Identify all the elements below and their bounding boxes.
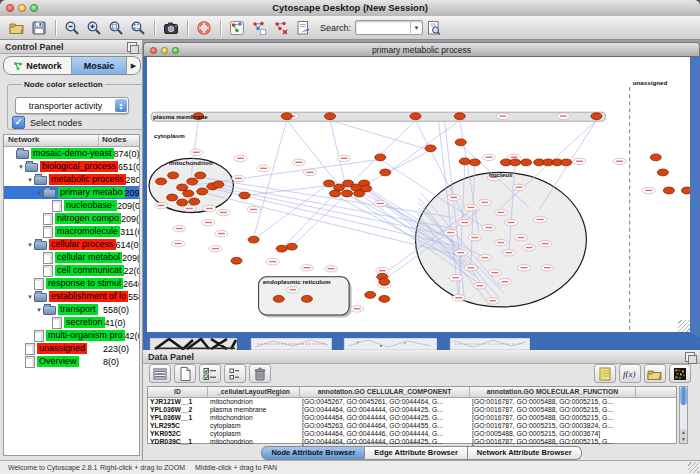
graph-node[interactable] <box>231 257 242 264</box>
vizmapper-icon[interactable] <box>227 18 247 38</box>
column-header[interactable] <box>636 387 676 397</box>
graph-node[interactable] <box>330 190 341 197</box>
tree-row-metabolic-process[interactable]: ▼metabolic process280(0) <box>4 173 139 186</box>
float-panel-icon[interactable] <box>127 42 137 52</box>
graph-node[interactable] <box>561 159 572 166</box>
graph-node[interactable] <box>365 291 376 298</box>
graph-node[interactable] <box>239 192 250 199</box>
graph-node[interactable] <box>410 113 421 120</box>
graph-node[interactable] <box>248 236 259 243</box>
graph-node[interactable] <box>657 169 668 176</box>
graph-node[interactable] <box>286 243 297 250</box>
graph-node[interactable] <box>361 185 372 192</box>
graph-node[interactable] <box>379 278 390 285</box>
expander-icon[interactable]: ▼ <box>26 242 34 248</box>
column-header[interactable]: ID <box>148 387 208 397</box>
tree-row-macromolecule[interactable]: macromolecule311(0) <box>4 225 139 238</box>
table-row[interactable]: YPL036W__2plasma membrane[GO:0044464, GO… <box>148 406 676 414</box>
tree-row-transport[interactable]: ▼transport558(0) <box>4 303 139 316</box>
formula-builder-icon[interactable]: f(x) <box>619 364 641 383</box>
graph-node[interactable] <box>183 190 194 197</box>
node-color-dropdown[interactable]: transporter activity ▲▼ <box>15 97 129 114</box>
chevron-down-icon[interactable]: ▼ <box>410 22 422 33</box>
select-attributes-icon[interactable] <box>199 364 221 383</box>
graph-node[interactable] <box>276 245 287 252</box>
zoom-selected-icon[interactable] <box>106 18 126 38</box>
graph-node[interactable] <box>591 113 602 120</box>
expander-icon[interactable]: ▼ <box>26 177 34 183</box>
graph-node[interactable] <box>324 113 335 120</box>
tab-edge-attribute-browser[interactable]: Edge Attribute Browser <box>365 446 467 460</box>
notes-icon[interactable] <box>594 364 616 383</box>
search-input[interactable]: ▼ <box>355 20 423 35</box>
tree-row-nitrogen-compo[interactable]: nitrogen compo209(0) <box>4 212 139 225</box>
graph-node[interactable] <box>455 139 466 146</box>
tree-row-establishment-of-lo[interactable]: ▼establishment of lo558(0) <box>4 290 139 303</box>
graph-node[interactable] <box>521 159 532 166</box>
tree-row-cellular-process[interactable]: ▼cellular process614(0) <box>4 238 139 251</box>
tab-mosaic[interactable]: Mosaic <box>72 57 127 74</box>
tree-row-biological-process[interactable]: ▼biological_process651(0) <box>4 160 139 173</box>
tree-row-secretion[interactable]: secretion41(0) <box>4 316 139 329</box>
table-row[interactable]: YPL036W__1mitochondrion[GO:0044464, GO:0… <box>148 414 676 422</box>
table-row[interactable]: YLR295Ccytoplasm[GO:0045263, GO:0044464,… <box>148 422 676 430</box>
create-attribute-icon[interactable] <box>174 364 196 383</box>
create-network-icon[interactable] <box>249 18 269 38</box>
graph-node[interactable] <box>375 154 386 161</box>
graph-node[interactable] <box>379 295 390 302</box>
graph-node[interactable] <box>187 178 198 185</box>
tree-row-multi-organism-pro[interactable]: multi-organism pro42(0) <box>4 329 139 342</box>
network-window-titlebar[interactable]: primary metabolic process <box>143 42 700 57</box>
column-header[interactable]: annotation.GO MOLECULAR_FUNCTION <box>470 387 636 397</box>
graph-node[interactable] <box>663 187 674 194</box>
graph-node[interactable] <box>469 159 480 166</box>
resize-grip-icon[interactable] <box>678 320 690 332</box>
graph-node[interactable] <box>510 159 521 166</box>
zoom-out-icon[interactable] <box>62 18 82 38</box>
graph-node[interactable] <box>301 295 312 302</box>
tree-row-nucleobase-[interactable]: nucleobase-209(0) <box>4 199 139 212</box>
graph-node[interactable] <box>213 181 224 188</box>
tabs-overflow-arrow[interactable]: ▶ <box>127 57 140 74</box>
advanced-search-icon[interactable] <box>424 18 444 38</box>
graph-node[interactable] <box>281 113 292 120</box>
help-icon[interactable] <box>194 18 214 38</box>
tree-row-cellular-metabol[interactable]: cellular metabol209(0) <box>4 251 139 264</box>
graph-node[interactable] <box>273 295 284 302</box>
float-panel-icon[interactable] <box>685 352 695 362</box>
network-canvas[interactable]: plasma membranecytoplasmmitochondrionend… <box>147 57 690 332</box>
delete-attribute-icon[interactable] <box>249 364 271 383</box>
tab-network-attribute-browser[interactable]: Network Attribute Browser <box>468 446 582 460</box>
tree-row-overview[interactable]: Overview8(0) <box>4 355 139 368</box>
column-header[interactable]: annotation.GO CELLULAR_COMPONENT <box>300 387 470 397</box>
graph-node[interactable] <box>189 198 200 205</box>
expander-icon[interactable]: ▼ <box>26 294 34 300</box>
expander-icon[interactable]: ▼ <box>35 307 43 313</box>
graph-node[interactable] <box>459 158 470 165</box>
graph-node[interactable] <box>168 172 179 179</box>
table-row[interactable]: YDR039C__1mitochondrion[GO:0044464, GO:0… <box>148 438 676 446</box>
graph-node[interactable] <box>342 190 353 197</box>
unselect-attributes-icon[interactable] <box>224 364 246 383</box>
select-nodes-checkbox[interactable]: ✓ <box>12 116 25 129</box>
table-scrollbar[interactable]: ▲▼ <box>679 386 688 444</box>
open-file-icon[interactable] <box>7 18 27 38</box>
import-attributes-icon[interactable] <box>644 364 666 383</box>
scrollbar-thumb[interactable] <box>680 387 687 405</box>
graph-node[interactable] <box>650 154 661 161</box>
table-row[interactable]: YKR052Ccytoplasm[GO:0044464, GO:0044446,… <box>148 430 676 438</box>
destroy-network-icon[interactable] <box>271 18 291 38</box>
tree-row-primary-metabo[interactable]: ▼primary metabo209(... <box>4 186 139 199</box>
graph-node[interactable] <box>323 180 334 187</box>
annotation-icon[interactable] <box>293 18 313 38</box>
tab-network[interactable]: Network <box>4 57 72 74</box>
expander-icon[interactable]: ▼ <box>35 190 43 196</box>
zoom-in-icon[interactable] <box>84 18 104 38</box>
graph-node[interactable] <box>454 113 465 120</box>
tree-row-mosaic-demo-yeast[interactable]: mosaic-demo-yeast874(0) <box>4 147 139 160</box>
snapshot-icon[interactable] <box>161 18 181 38</box>
column-header[interactable]: _cellularLayoutRegion <box>208 387 300 397</box>
graph-node[interactable] <box>681 187 690 194</box>
attribute-matrix-icon[interactable] <box>669 364 691 383</box>
scrollbar-arrows-icon[interactable]: ▲▼ <box>680 429 687 443</box>
